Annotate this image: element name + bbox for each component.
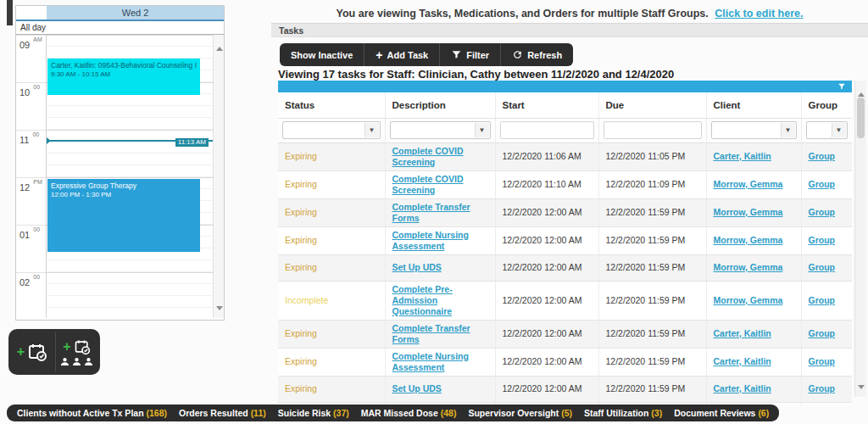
alert-item[interactable]: Staff Utilization (3): [584, 408, 662, 418]
add-appointment-button[interactable]: +: [11, 332, 53, 372]
calendar-plus-icon: [74, 338, 91, 355]
client-link[interactable]: Morrow, Gemma: [714, 207, 783, 217]
refresh-label: Refresh: [527, 50, 562, 60]
scroll-up-arrow-icon[interactable]: [214, 40, 224, 52]
column-header[interactable]: Group: [801, 92, 852, 118]
calendar-event-behavioral-counseling[interactable]: Carter, Kaitlin: 09543-Behavioral Counse…: [47, 59, 200, 95]
group-link[interactable]: Group: [809, 207, 836, 217]
edit-staff-groups-link[interactable]: Click to edit here.: [715, 8, 803, 20]
task-description-link[interactable]: Complete Nursing Assessment: [392, 230, 469, 251]
chevron-down-icon[interactable]: ▼: [475, 123, 489, 137]
due-cell: 12/2/2020 11:59 PM: [598, 281, 706, 320]
due-cell: 12/2/2020 11:59 PM: [598, 254, 706, 281]
calendar-event-group-therapy[interactable]: Expressive Group Therapy 12:00 PM - 1:30…: [47, 179, 200, 252]
time-label: 0100: [16, 225, 46, 272]
calendar-hour-row[interactable]: [47, 272, 224, 318]
table-filter-icon[interactable]: [837, 82, 846, 91]
client-filter-dropdown[interactable]: ▼: [711, 121, 797, 139]
table-filter-row: ▼ ▼ ▼ ▼: [278, 118, 852, 142]
calendar-header: Wed 2: [16, 6, 224, 21]
refresh-button[interactable]: Refresh: [500, 43, 573, 66]
start-cell: 12/2/2020 12:00 AM: [495, 348, 598, 376]
alerts-status-bar: Clients without Active Tx Plan (168) Ord…: [7, 404, 779, 421]
start-filter-input[interactable]: [500, 121, 594, 139]
table-row: Incomplete Complete Pre-Admission Questi…: [278, 281, 852, 320]
scroll-up-arrow-icon[interactable]: [855, 86, 866, 98]
table-accent-bar[interactable]: [278, 81, 852, 92]
alert-item[interactable]: Document Reviews (6): [674, 408, 769, 418]
time-label: 09AM: [16, 35, 46, 82]
group-link[interactable]: Group: [809, 295, 836, 305]
alert-item[interactable]: Suicide Risk (37): [278, 408, 349, 418]
show-inactive-button[interactable]: Show Inactive: [280, 43, 364, 66]
start-cell: 12/2/2020 11:10 AM: [495, 170, 598, 198]
column-header[interactable]: Client: [706, 92, 801, 118]
due-filter-input[interactable]: [604, 121, 702, 139]
time-label: 0200: [16, 272, 46, 318]
chevron-down-icon[interactable]: ▼: [364, 123, 379, 137]
due-cell: 12/2/2020 11:05 PM: [598, 142, 706, 170]
alert-item[interactable]: Supervisor Oversight (5): [468, 408, 572, 418]
task-description-link[interactable]: Complete Nursing Assessment: [392, 351, 469, 372]
calendar-grid[interactable]: Carter, Kaitlin: 09543-Behavioral Counse…: [47, 35, 224, 318]
plus-icon: +: [17, 346, 25, 358]
client-link[interactable]: Morrow, Gemma: [714, 179, 783, 189]
task-description-link[interactable]: Complete Transfer Forms: [392, 323, 470, 344]
group-link[interactable]: Group: [809, 356, 836, 366]
chevron-down-icon[interactable]: ▼: [781, 123, 795, 137]
alert-item[interactable]: Orders Resulted (11): [179, 408, 266, 418]
client-link[interactable]: Morrow, Gemma: [714, 262, 783, 272]
start-cell: 12/2/2020 12:00 AM: [495, 198, 598, 226]
table-scrollbar[interactable]: [854, 81, 866, 397]
column-header[interactable]: Status: [278, 92, 385, 118]
client-link[interactable]: Morrow, Gemma: [714, 295, 783, 305]
group-link[interactable]: Group: [809, 235, 836, 245]
client-link[interactable]: Morrow, Gemma: [714, 235, 783, 245]
calendar-hour-row[interactable]: [47, 130, 224, 177]
group-link[interactable]: Group: [809, 262, 836, 272]
client-link[interactable]: Carter, Kaitlin: [714, 151, 771, 161]
alert-label: Supervisor Oversight: [468, 408, 559, 418]
group-link[interactable]: Group: [809, 383, 836, 393]
client-link[interactable]: Carter, Kaitlin: [714, 356, 771, 366]
task-description-link[interactable]: Set Up UDS: [392, 262, 442, 272]
table-row: Expiring Complete COVID Screening 12/2/2…: [278, 142, 852, 170]
current-time-label: 11:13 AM: [175, 138, 209, 147]
column-header[interactable]: Due: [598, 92, 706, 118]
alert-item[interactable]: Clients without Active Tx Plan (168): [17, 408, 167, 418]
status-badge: Expiring: [285, 383, 317, 393]
all-day-label: All day: [16, 23, 46, 32]
client-link[interactable]: Carter, Kaitlin: [714, 328, 771, 338]
scrollbar-thumb[interactable]: [857, 98, 865, 138]
group-link[interactable]: Group: [809, 179, 836, 189]
task-description-link[interactable]: Complete COVID Screening: [392, 174, 464, 195]
alert-count: (6): [758, 408, 769, 418]
add-group-appointment-button[interactable]: +: [55, 332, 97, 372]
all-day-row[interactable]: All day: [16, 21, 224, 35]
description-filter-dropdown[interactable]: ▼: [390, 121, 491, 139]
scroll-down-arrow-icon[interactable]: [855, 380, 866, 392]
status-badge: Expiring: [285, 235, 317, 245]
calendar-day-header[interactable]: Wed 2: [47, 6, 224, 21]
column-header[interactable]: Description: [385, 92, 495, 118]
task-description-link[interactable]: Set Up UDS: [392, 383, 442, 393]
table-row: Expiring Set Up UDS 12/2/2020 12:00 AM 1…: [278, 376, 852, 402]
group-link[interactable]: Group: [809, 151, 836, 161]
task-description-link[interactable]: Complete Transfer Forms: [392, 202, 470, 223]
group-filter-dropdown[interactable]: ▼: [806, 121, 848, 139]
due-cell: 12/2/2020 11:59 PM: [598, 198, 706, 226]
chevron-down-icon[interactable]: ▼: [832, 123, 846, 137]
status-filter-dropdown[interactable]: ▼: [282, 121, 381, 139]
start-cell: 12/2/2020 12:00 AM: [495, 376, 598, 402]
calendar-scrollbar[interactable]: [213, 35, 224, 318]
client-link[interactable]: Carter, Kaitlin: [714, 383, 771, 393]
alert-label: Orders Resulted: [179, 408, 248, 418]
task-description-link[interactable]: Complete COVID Screening: [392, 146, 464, 167]
add-task-button[interactable]: + Add Task: [364, 43, 439, 66]
scroll-down-arrow-icon[interactable]: [214, 301, 224, 313]
task-description-link[interactable]: Complete Pre-Admission Questionnaire: [392, 284, 453, 316]
column-header[interactable]: Start: [495, 92, 598, 118]
alert-item[interactable]: MAR Missed Dose (48): [361, 408, 457, 418]
filter-button[interactable]: Filter: [439, 43, 500, 66]
group-link[interactable]: Group: [809, 328, 836, 338]
